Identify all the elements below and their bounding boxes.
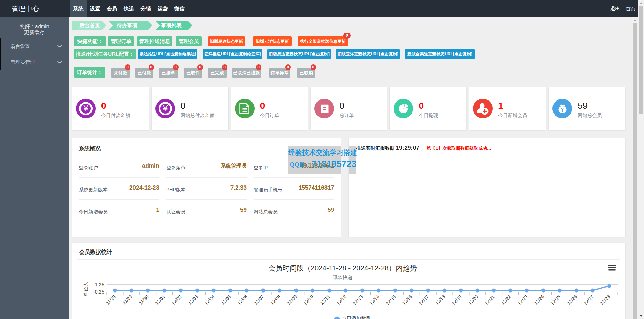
svg-text:¥: ¥ [162, 104, 168, 113]
svg-text:12/02: 12/02 [171, 294, 183, 306]
svg-text:12/17: 12/17 [418, 294, 430, 306]
svg-text:12/05: 12/05 [220, 294, 232, 306]
svg-text:12/13: 12/13 [352, 294, 364, 306]
svg-text:12/23: 12/23 [517, 294, 529, 306]
svg-text:¥: ¥ [561, 107, 564, 113]
svg-text:1.25: 1.25 [95, 282, 104, 287]
svg-text:当日添加数量: 当日添加数量 [342, 316, 371, 319]
svg-text:12/21: 12/21 [484, 294, 496, 306]
svg-text:-0.25: -0.25 [93, 289, 104, 295]
svg-text:12/10: 12/10 [302, 294, 314, 306]
svg-text:¥: ¥ [83, 104, 88, 113]
svg-text:12/19: 12/19 [451, 294, 463, 306]
svg-text:12/11: 12/11 [319, 294, 331, 306]
svg-text:12/07: 12/07 [253, 294, 265, 306]
svg-text:12/18: 12/18 [434, 294, 447, 306]
svg-text:12/03: 12/03 [187, 294, 199, 306]
svg-text:12/16: 12/16 [401, 294, 414, 306]
svg-text:12/15: 12/15 [385, 294, 397, 306]
svg-text:12/22: 12/22 [500, 294, 512, 306]
svg-text:12/25: 12/25 [550, 294, 562, 306]
svg-text:12/24: 12/24 [533, 294, 545, 306]
svg-text:12/09: 12/09 [286, 294, 298, 306]
svg-text:12/28: 12/28 [599, 294, 611, 306]
svg-text:12/08: 12/08 [270, 294, 282, 306]
svg-text:单位人: 单位人 [83, 282, 88, 296]
svg-text:12/01: 12/01 [154, 294, 166, 306]
svg-text:11/29: 11/29 [121, 294, 133, 306]
svg-text:12/14: 12/14 [368, 294, 380, 306]
svg-text:12/12: 12/12 [335, 294, 347, 306]
svg-text:讯软快递: 讯软快递 [333, 275, 352, 280]
svg-text:11/30: 11/30 [138, 294, 150, 306]
svg-text:11/28: 11/28 [105, 294, 117, 306]
svg-text:12/06: 12/06 [237, 294, 249, 306]
svg-text:12/20: 12/20 [467, 294, 479, 306]
svg-text:12/27: 12/27 [583, 294, 595, 306]
svg-text:会员时间段（2024-11-28 - 2024-12-28）: 会员时间段（2024-11-28 - 2024-12-28）内趋势 [268, 264, 417, 272]
svg-text:12/04: 12/04 [204, 294, 216, 306]
svg-text:12/26: 12/26 [566, 294, 578, 306]
